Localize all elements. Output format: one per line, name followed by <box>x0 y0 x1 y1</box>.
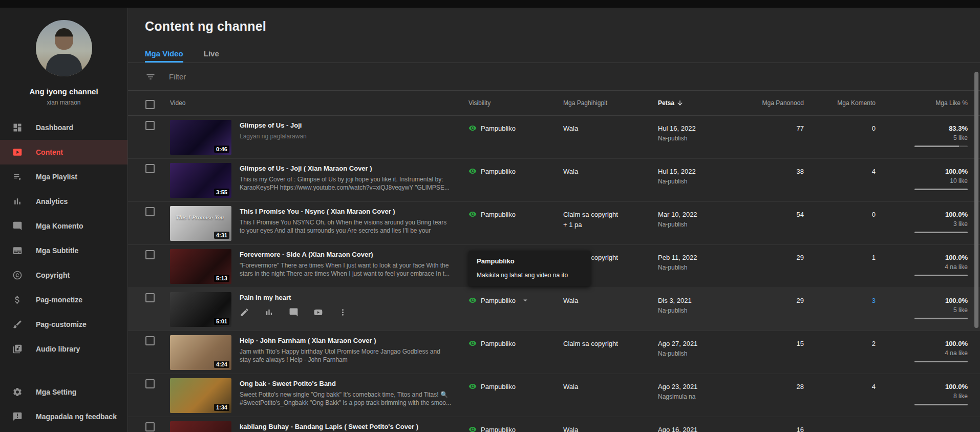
sidebar-item-customize[interactable]: Pag-customize <box>0 312 127 337</box>
visibility-label: Pampubliko <box>481 211 516 218</box>
public-eye-icon <box>468 296 477 304</box>
video-title[interactable]: Pain in my heart <box>240 294 453 301</box>
likes-cell: 83.3% 5 like <box>876 116 968 158</box>
sidebar-item-copyright[interactable]: Copyright <box>0 263 127 287</box>
row-checkbox[interactable] <box>145 379 155 388</box>
video-title[interactable]: Ong bak - Sweet Potito's Band <box>240 380 453 387</box>
video-thumbnail[interactable]: 3:55 <box>170 163 231 198</box>
sidebar-item-monetize[interactable]: Pag-monetize <box>0 287 127 312</box>
column-header-views[interactable]: Mga Panonood <box>742 99 804 107</box>
comments-icon[interactable] <box>289 307 299 319</box>
analytics-icon[interactable] <box>264 307 274 319</box>
sidebar-item-label: Pag-monetize <box>36 296 82 304</box>
youtube-icon[interactable] <box>313 307 323 319</box>
sidebar-item-analytics[interactable]: Analytics <box>0 189 127 214</box>
row-checkbox[interactable] <box>145 250 155 259</box>
sidebar-item-label: Copyright <box>36 271 70 279</box>
date-cell: Mar 10, 2022 Na-publish <box>658 202 742 244</box>
public-eye-icon <box>468 382 477 390</box>
like-ratio-bar <box>914 318 968 319</box>
video-thumbnail[interactable]: This I Promise You 4:31 <box>170 206 231 241</box>
video-title[interactable]: Forevermore - SIde A (Xian Maraon Cover) <box>240 251 453 258</box>
playlist-icon <box>12 172 23 182</box>
video-title[interactable]: Glimpse of Us - Joji ( Xian Maraon Cover… <box>240 164 453 172</box>
video-description: Lagyan ng paglalarawan <box>240 132 453 140</box>
video-title[interactable]: This I Promise You - Nsync ( Xian Maraon… <box>240 208 453 215</box>
sidebar-item-dashboard[interactable]: Dashboard <box>0 115 127 140</box>
video-thumbnail[interactable]: 5:01 <box>170 292 231 327</box>
tooltip-title: Pampubliko <box>477 257 582 265</box>
table-row[interactable]: 4:24 Help - John Farnham ( Xian Maraon C… <box>128 331 980 374</box>
table-row[interactable]: 3:55 Glimpse of Us - Joji ( Xian Maraon … <box>128 159 980 202</box>
table-row[interactable]: kabilang Buhay - Bandang Lapis ( Sweet P… <box>128 417 980 432</box>
chevron-down-icon[interactable] <box>520 297 530 306</box>
sidebar-item-audio-library[interactable]: Audio library <box>0 337 127 361</box>
video-title[interactable]: kabilang Buhay - Bandang Lapis ( Sweet P… <box>240 423 453 430</box>
column-header-date[interactable]: Petsa <box>658 99 742 107</box>
table-row[interactable]: 1:34 Ong bak - Sweet Potito's Band Sweet… <box>128 374 980 417</box>
restrictions-cell: Wala <box>563 288 658 331</box>
row-checkbox[interactable] <box>145 293 155 302</box>
sidebar-item-content[interactable]: Content <box>0 140 127 164</box>
filter-icon <box>145 72 156 82</box>
video-thumbnail[interactable]: 1:34 <box>170 378 231 413</box>
video-thumbnail[interactable]: 4:24 <box>170 335 231 370</box>
restrictions-cell: Claim sa copyright + 1 pa <box>563 202 658 244</box>
views-cell: 15 <box>742 331 804 374</box>
sidebar-item-label: Audio library <box>36 345 80 353</box>
analytics-icon <box>12 196 23 207</box>
column-header-comments[interactable]: Mga Komento <box>804 99 876 107</box>
table-row[interactable]: 0:46 Glimpse of Us - Joji Lagyan ng pagl… <box>128 116 980 159</box>
settings-icon <box>12 387 23 397</box>
column-header-visibility[interactable]: Visibility <box>468 99 563 107</box>
views-cell: 29 <box>742 288 804 331</box>
like-ratio-bar <box>914 275 968 276</box>
table-row[interactable]: This I Promise You 4:31 This I Promise Y… <box>128 202 980 245</box>
row-action-bar <box>240 307 453 319</box>
date-cell: Ago 23, 2021 Nagsimula na <box>658 374 742 417</box>
date-cell: Hul 16, 2022 Na-publish <box>658 116 742 158</box>
sidebar-item-comments[interactable]: Mga Komento <box>0 214 127 238</box>
more-options-icon[interactable] <box>338 307 348 319</box>
top-app-bar-edge <box>0 0 980 8</box>
row-checkbox[interactable] <box>145 207 155 216</box>
edit-icon[interactable] <box>240 307 249 319</box>
filter-input[interactable] <box>169 72 425 81</box>
restrictions-cell: Wala <box>563 374 658 417</box>
restrictions-cell: Wala <box>563 116 658 158</box>
visibility-dropdown[interactable]: Pampubliko <box>468 288 563 331</box>
video-title[interactable]: Help - John Farnham ( Xian Maraon Cover … <box>240 337 453 344</box>
video-title[interactable]: Glimpse of Us - Joji <box>240 121 453 129</box>
visibility-label: Pampubliko <box>481 297 516 304</box>
monetize-icon <box>12 295 23 305</box>
comments-cell <box>804 417 876 432</box>
sidebar-footer: Mga Setting Magpadala ng feedback <box>0 380 127 429</box>
table-row[interactable]: 5:01 Pain in my heart <box>128 288 980 331</box>
sidebar-item-label: Analytics <box>36 197 68 205</box>
channel-avatar[interactable] <box>36 20 92 76</box>
sidebar-item-subtitles[interactable]: Mga Subtitle <box>0 238 127 263</box>
views-cell: 29 <box>742 245 804 287</box>
comments-cell: 4 <box>804 374 876 417</box>
video-duration: 3:55 <box>214 189 229 196</box>
row-checkbox[interactable] <box>145 121 155 130</box>
date-cell: Hul 15, 2022 Na-publish <box>658 159 742 201</box>
visibility-label: Pampubliko <box>481 125 516 132</box>
vertical-scrollbar[interactable] <box>974 72 978 328</box>
video-thumbnail[interactable]: 0:46 <box>170 120 231 155</box>
row-checkbox[interactable] <box>145 422 155 431</box>
sidebar-item-playlists[interactable]: Mga Playlist <box>0 164 127 189</box>
sidebar-item-feedback[interactable]: Magpadala ng feedback <box>0 404 127 429</box>
column-header-restrictions[interactable]: Mga Paghihigpit <box>563 99 658 107</box>
tab-live[interactable]: Live <box>204 44 219 63</box>
row-checkbox[interactable] <box>145 336 155 345</box>
sidebar-item-settings[interactable]: Mga Setting <box>0 380 127 404</box>
select-all-checkbox[interactable] <box>145 100 155 109</box>
video-thumbnail[interactable]: 5:13 <box>170 249 231 284</box>
comments-link[interactable]: 3 <box>804 288 876 331</box>
tab-mga-video[interactable]: Mga Video <box>145 44 183 63</box>
column-header-likes[interactable]: Mga Like % <box>876 99 968 107</box>
visibility-label: Pampubliko <box>481 383 516 390</box>
video-thumbnail[interactable] <box>170 421 231 432</box>
row-checkbox[interactable] <box>145 164 155 173</box>
